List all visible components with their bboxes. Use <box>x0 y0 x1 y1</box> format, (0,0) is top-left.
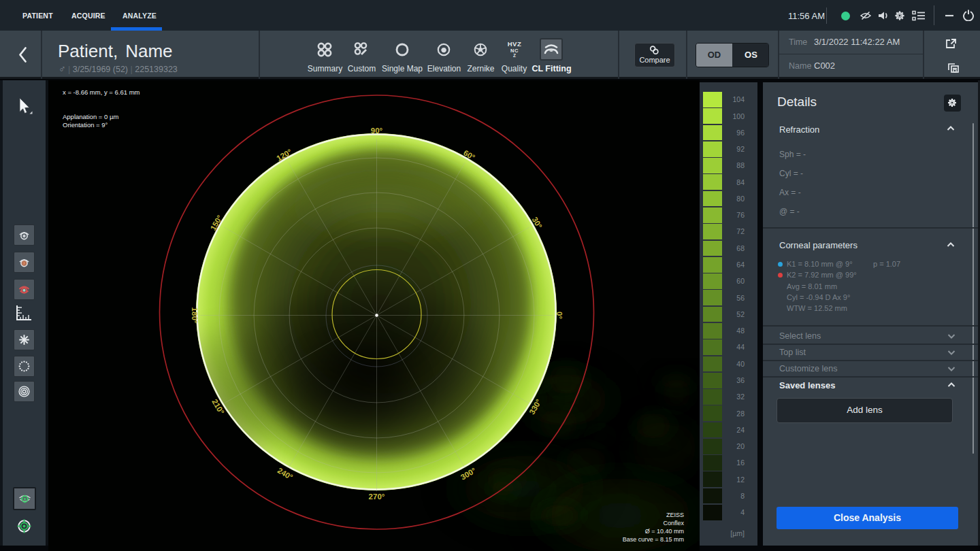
svg-text:90°: 90° <box>371 127 383 135</box>
svg-text:180°: 180° <box>191 307 199 324</box>
svg-text:270°: 270° <box>369 492 385 501</box>
svg-text:0°: 0° <box>555 312 564 319</box>
